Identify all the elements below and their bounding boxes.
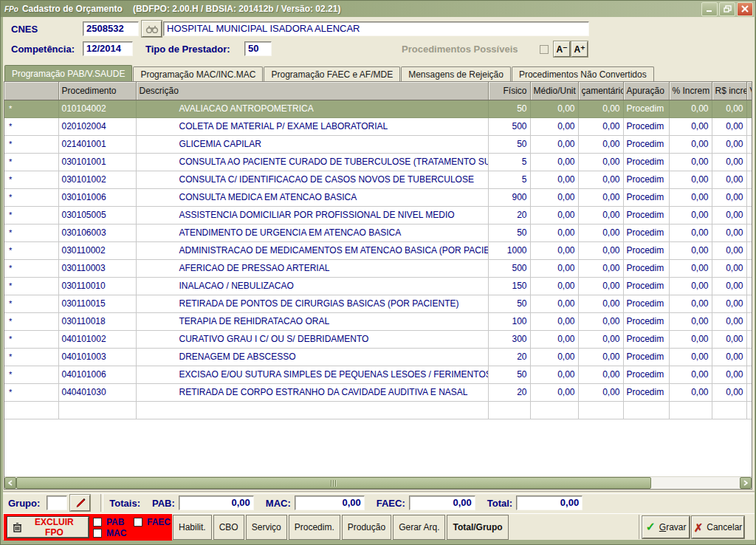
cell-medio-unit[interactable]: 0,00 xyxy=(530,153,578,171)
cell-medio-unit[interactable]: 0,00 xyxy=(530,100,578,117)
mac-checkbox[interactable] xyxy=(93,529,102,538)
table-row[interactable]: *010104002AVALIACAO ANTROPOMETRICA500,00… xyxy=(4,100,752,117)
cell-rs-increm[interactable]: 0,00 xyxy=(712,383,746,401)
cell-fisico[interactable]: 900 xyxy=(488,188,530,206)
cell-medio-unit[interactable]: 0,00 xyxy=(530,171,578,188)
cell-overflow[interactable] xyxy=(746,241,752,259)
table-row[interactable]: *040101002CURATIVO GRAU I C/ OU S/ DEBRI… xyxy=(4,330,752,348)
cell-rs-increm[interactable]: 0,00 xyxy=(712,348,746,366)
row-marker[interactable]: * xyxy=(4,259,58,277)
cell-pct-increm[interactable]: 0,00 xyxy=(669,117,712,135)
cell-rs-increm[interactable]: 0,00 xyxy=(712,224,746,241)
cell-overflow[interactable] xyxy=(746,330,752,348)
cell-pct-increm[interactable]: 0,00 xyxy=(669,312,712,330)
table-row[interactable]: *030101002CONSULTA C/ IDENTIFICACAO DE C… xyxy=(4,171,752,188)
cell-overflow[interactable] xyxy=(746,188,752,206)
cell-pct-increm[interactable]: 0,00 xyxy=(669,330,712,348)
cell-apuracao[interactable]: Procedim xyxy=(623,259,669,277)
cell-apuracao[interactable]: Procedim xyxy=(623,206,669,224)
cell-orcamentario[interactable]: 0,00 xyxy=(578,383,623,401)
button-total-grupo[interactable]: Total/Grupo xyxy=(447,515,508,540)
cell-descricao[interactable]: RETIRADA DE CORPO ESTRANHO DA CAVIDADE A… xyxy=(136,383,488,401)
cnes-input[interactable]: 2508532 xyxy=(83,21,139,36)
cell-fisico[interactable]: 100 xyxy=(488,312,530,330)
cell-procedimento[interactable]: 020102004 xyxy=(58,117,136,135)
pab-checkbox[interactable] xyxy=(93,518,102,527)
excluir-fpo-button[interactable]: EXCLUIR FPO xyxy=(7,517,89,538)
cell-overflow[interactable] xyxy=(746,366,752,383)
cell-pct-increm[interactable]: 0,00 xyxy=(669,383,712,401)
cancelar-button[interactable]: ✗ Cancelar xyxy=(692,516,744,538)
cell-fisico[interactable]: 50 xyxy=(488,224,530,241)
cell-apuracao[interactable]: Procedim xyxy=(623,312,669,330)
cell-apuracao[interactable]: Procedim xyxy=(623,117,669,135)
cell-descricao[interactable]: EXCISAO E/OU SUTURA SIMPLES DE PEQUENAS … xyxy=(136,366,488,383)
cell-descricao[interactable]: CONSULTA C/ IDENTIFICACAO DE CASOS NOVOS… xyxy=(136,171,488,188)
cell-overflow[interactable] xyxy=(746,117,752,135)
cell-apuracao[interactable]: Procedim xyxy=(623,171,669,188)
cell-orcamentario[interactable]: 0,00 xyxy=(578,241,623,259)
button-cbo[interactable]: CBO xyxy=(213,515,244,540)
cell-procedimento[interactable]: 030110010 xyxy=(58,277,136,295)
table-row[interactable]: *030101001CONSULTA AO PACIENTE CURADO DE… xyxy=(4,153,752,171)
cell-procedimento[interactable]: 030101002 xyxy=(58,171,136,188)
cell-overflow[interactable] xyxy=(746,277,752,295)
cell-fisico[interactable]: 500 xyxy=(488,259,530,277)
cell-apuracao[interactable]: Procedim xyxy=(623,366,669,383)
cell-pct-increm[interactable]: 0,00 xyxy=(669,135,712,153)
table-row[interactable]: *030110015RETIRADA DE PONTOS DE CIRURGIA… xyxy=(4,295,752,312)
tab-mensagens-de-rejeicao[interactable]: Mensagens de Rejeição xyxy=(401,66,511,82)
cell-overflow[interactable] xyxy=(746,348,752,366)
button-habilit[interactable]: Habilit. xyxy=(173,515,212,540)
cell-fisico[interactable]: 20 xyxy=(488,383,530,401)
cell-medio-unit[interactable]: 0,00 xyxy=(530,312,578,330)
row-marker[interactable]: * xyxy=(4,277,58,295)
cell-rs-increm[interactable]: 0,00 xyxy=(712,259,746,277)
cell-overflow[interactable] xyxy=(746,100,752,117)
cell-descricao[interactable]: ASSISTENCIA DOMICILIAR POR PROFISSIONAL … xyxy=(136,206,488,224)
row-marker[interactable]: * xyxy=(4,188,58,206)
button-servico[interactable]: Serviço xyxy=(246,515,287,540)
cell-overflow[interactable] xyxy=(746,153,752,171)
cell-orcamentario[interactable]: 0,00 xyxy=(578,100,623,117)
cell-descricao[interactable]: AFERICAO DE PRESSAO ARTERIAL xyxy=(136,259,488,277)
cell-orcamentario[interactable]: 0,00 xyxy=(578,330,623,348)
cell-apuracao[interactable]: Procedim xyxy=(623,188,669,206)
cell-procedimento[interactable]: 021401001 xyxy=(58,135,136,153)
cell-rs-increm[interactable]: 0,00 xyxy=(712,171,746,188)
cell-apuracao[interactable]: Procedim xyxy=(623,277,669,295)
cell-descricao[interactable]: COLETA DE MATERIAL P/ EXAME LABORATORIAL xyxy=(136,117,488,135)
cell-pct-increm[interactable]: 0,00 xyxy=(669,241,712,259)
cell-orcamentario[interactable]: 0,00 xyxy=(578,366,623,383)
tipo-prestador-input[interactable]: 50 xyxy=(244,41,272,56)
row-marker[interactable]: * xyxy=(4,117,58,135)
cell-apuracao[interactable]: Procedim xyxy=(623,100,669,117)
cell-procedimento[interactable]: 040101003 xyxy=(58,348,136,366)
cell-descricao[interactable]: DRENAGEM DE ABSCESSO xyxy=(136,348,488,366)
cell-procedimento[interactable]: 030101006 xyxy=(58,188,136,206)
row-marker[interactable]: * xyxy=(4,348,58,366)
cell-medio-unit[interactable]: 0,00 xyxy=(530,277,578,295)
cell-rs-increm[interactable]: 0,00 xyxy=(712,206,746,224)
tab-procedimentos-nao-convertidos[interactable]: Procedimentos Não Convertidos xyxy=(512,66,654,82)
cell-orcamentario[interactable]: 0,00 xyxy=(578,295,623,312)
row-marker[interactable]: * xyxy=(4,330,58,348)
cell-orcamentario[interactable]: 0,00 xyxy=(578,188,623,206)
cell-procedimento[interactable]: 010104002 xyxy=(58,100,136,117)
cell-pct-increm[interactable]: 0,00 xyxy=(669,277,712,295)
row-marker[interactable]: * xyxy=(4,135,58,153)
cell-overflow[interactable] xyxy=(746,206,752,224)
gravar-button[interactable]: ✓ Gravar xyxy=(642,516,690,538)
row-marker[interactable]: * xyxy=(4,206,58,224)
scrollbar-thumb[interactable] xyxy=(16,477,651,489)
cell-medio-unit[interactable]: 0,00 xyxy=(530,330,578,348)
cell-orcamentario[interactable]: 0,00 xyxy=(578,206,623,224)
cell-fisico[interactable]: 5 xyxy=(488,171,530,188)
cell-rs-increm[interactable]: 0,00 xyxy=(712,312,746,330)
button-procedim[interactable]: Procedim. xyxy=(289,515,340,540)
cell-medio-unit[interactable]: 0,00 xyxy=(530,135,578,153)
tab-programacao-faec-e-af-mde[interactable]: Programação FAEC e AF/MDE xyxy=(264,66,400,82)
cell-pct-increm[interactable]: 0,00 xyxy=(669,366,712,383)
table-row[interactable]: *040401030RETIRADA DE CORPO ESTRANHO DA … xyxy=(4,383,752,401)
cell-procedimento[interactable]: 030110003 xyxy=(58,259,136,277)
